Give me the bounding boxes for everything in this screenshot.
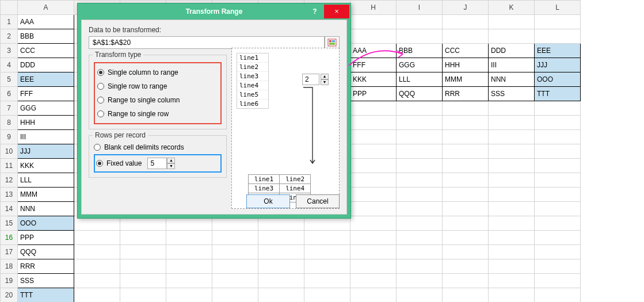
cell[interactable] bbox=[443, 15, 489, 29]
cell[interactable] bbox=[535, 101, 581, 116]
cell[interactable]: QQQ bbox=[18, 245, 74, 259]
cell[interactable] bbox=[166, 231, 212, 245]
cell[interactable]: OOO bbox=[535, 72, 581, 87]
row-header[interactable]: 11 bbox=[1, 159, 18, 173]
cell[interactable] bbox=[535, 144, 581, 159]
cell[interactable]: DDD bbox=[489, 44, 535, 58]
radio-single-row-to-range[interactable]: Single row to range bbox=[97, 79, 218, 93]
cell[interactable] bbox=[258, 245, 304, 259]
radio-fixed-value[interactable]: Fixed value bbox=[96, 156, 142, 170]
cell[interactable] bbox=[166, 245, 212, 259]
cell[interactable] bbox=[397, 116, 443, 130]
cell[interactable]: III bbox=[489, 58, 535, 72]
range-selector-icon[interactable] bbox=[325, 36, 340, 49]
cell[interactable]: TTT bbox=[535, 87, 581, 101]
cell[interactable] bbox=[443, 130, 489, 144]
cell[interactable] bbox=[212, 259, 258, 274]
cell[interactable]: MMM bbox=[18, 188, 74, 202]
cell[interactable] bbox=[120, 288, 166, 303]
cell[interactable]: AAA bbox=[18, 15, 74, 29]
cell[interactable] bbox=[74, 288, 120, 303]
radio-range-to-single-row[interactable]: Range to single row bbox=[97, 107, 218, 121]
cell[interactable] bbox=[350, 216, 397, 231]
cell[interactable] bbox=[397, 15, 443, 29]
cell[interactable] bbox=[535, 130, 581, 144]
cell[interactable] bbox=[443, 274, 489, 288]
cell[interactable] bbox=[535, 245, 581, 259]
cell[interactable] bbox=[350, 245, 397, 259]
cell[interactable] bbox=[350, 274, 397, 288]
cell[interactable] bbox=[350, 259, 397, 274]
cell[interactable] bbox=[443, 245, 489, 259]
cell[interactable] bbox=[397, 130, 443, 144]
cell[interactable] bbox=[212, 231, 258, 245]
cell[interactable] bbox=[304, 245, 350, 259]
cell[interactable]: BBB bbox=[18, 29, 74, 44]
row-header[interactable]: 2 bbox=[1, 29, 18, 44]
spin-up-icon[interactable]: ▲ bbox=[167, 158, 175, 163]
cell[interactable]: NNN bbox=[489, 72, 535, 87]
cell[interactable]: CCC bbox=[443, 44, 489, 58]
cell[interactable] bbox=[443, 116, 489, 130]
cell[interactable] bbox=[304, 288, 350, 303]
cell[interactable] bbox=[350, 130, 397, 144]
cell[interactable] bbox=[397, 231, 443, 245]
cell[interactable]: PPP bbox=[350, 87, 397, 101]
cell[interactable] bbox=[443, 231, 489, 245]
cell[interactable] bbox=[535, 231, 581, 245]
cell[interactable]: EEE bbox=[18, 72, 74, 87]
cell[interactable] bbox=[489, 173, 535, 188]
cell[interactable] bbox=[489, 130, 535, 144]
cell[interactable] bbox=[397, 216, 443, 231]
cell[interactable] bbox=[350, 288, 397, 303]
cell[interactable] bbox=[397, 245, 443, 259]
cell[interactable] bbox=[443, 144, 489, 159]
cell[interactable] bbox=[489, 159, 535, 173]
cell[interactable] bbox=[535, 259, 581, 274]
cell[interactable] bbox=[397, 144, 443, 159]
cell[interactable] bbox=[443, 188, 489, 202]
cell[interactable] bbox=[350, 29, 397, 44]
col-header[interactable]: H bbox=[350, 1, 397, 15]
cell[interactable] bbox=[397, 259, 443, 274]
cell[interactable] bbox=[166, 288, 212, 303]
cell[interactable] bbox=[535, 274, 581, 288]
cell[interactable] bbox=[443, 159, 489, 173]
cell[interactable] bbox=[489, 144, 535, 159]
cell[interactable] bbox=[74, 245, 120, 259]
cell[interactable]: JJJ bbox=[18, 144, 74, 159]
ok-button[interactable]: Ok bbox=[246, 194, 290, 208]
cancel-button[interactable]: Cancel bbox=[296, 194, 340, 208]
row-header[interactable]: 14 bbox=[1, 202, 18, 216]
cell[interactable]: NNN bbox=[18, 202, 74, 216]
row-header[interactable]: 9 bbox=[1, 130, 18, 144]
col-header[interactable]: L bbox=[535, 1, 581, 15]
cell[interactable] bbox=[489, 188, 535, 202]
cell[interactable] bbox=[120, 231, 166, 245]
cell[interactable] bbox=[489, 202, 535, 216]
row-header[interactable]: 5 bbox=[1, 72, 18, 87]
col-header[interactable]: J bbox=[443, 1, 489, 15]
row-header[interactable]: 18 bbox=[1, 259, 18, 274]
row-header[interactable]: 20 bbox=[1, 288, 18, 303]
cell[interactable] bbox=[489, 116, 535, 130]
cell[interactable] bbox=[397, 29, 443, 44]
cell[interactable] bbox=[258, 259, 304, 274]
cell[interactable] bbox=[489, 15, 535, 29]
cell[interactable]: RRR bbox=[18, 259, 74, 274]
row-header[interactable]: 16 bbox=[1, 231, 18, 245]
cell[interactable]: DDD bbox=[18, 58, 74, 72]
cell[interactable] bbox=[535, 173, 581, 188]
cell[interactable] bbox=[350, 101, 397, 116]
row-header[interactable]: 13 bbox=[1, 188, 18, 202]
cell[interactable]: III bbox=[18, 130, 74, 144]
cell[interactable] bbox=[535, 159, 581, 173]
cell[interactable] bbox=[258, 288, 304, 303]
cell[interactable] bbox=[443, 29, 489, 44]
cell[interactable]: TTT bbox=[18, 288, 74, 303]
cell[interactable] bbox=[212, 274, 258, 288]
cell[interactable] bbox=[166, 259, 212, 274]
cell[interactable] bbox=[535, 216, 581, 231]
row-header[interactable]: 12 bbox=[1, 173, 18, 188]
radio-range-to-single-col[interactable]: Range to single column bbox=[97, 93, 218, 107]
